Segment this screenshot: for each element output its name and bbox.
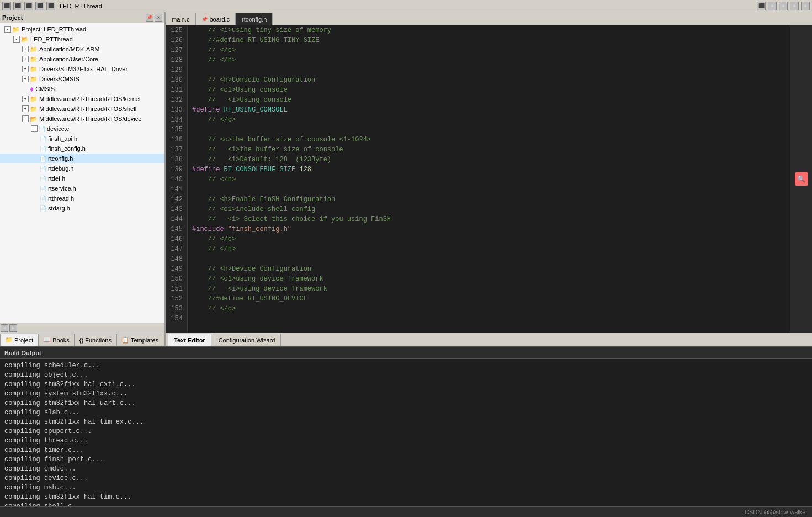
- ln-139: 139: [170, 165, 183, 175]
- tree-rtdebug[interactable]: 📄 rtdebug.h: [0, 163, 164, 173]
- mw-kernel-toggle[interactable]: +: [22, 96, 29, 102]
- file-tabs: main.c 📌 board.c rtconfig.h: [166, 12, 812, 25]
- tree-mw-device-label: Middlewares/RT-Thread/RTOS/device: [39, 115, 141, 122]
- code-editor[interactable]: 125 126 127 128 129 130 131 132 133 134 …: [166, 25, 790, 333]
- ln-133: 133: [170, 105, 183, 115]
- tree-rtservice[interactable]: 📄 rtservice.h: [0, 183, 164, 193]
- window-title: LED_RTThread: [60, 3, 102, 9]
- tab-board-c[interactable]: 📌 board.c: [195, 13, 236, 25]
- tree-root[interactable]: - 📁 Project: LED_RTThread: [0, 24, 164, 34]
- tree-rtdef-label: rtdef.h: [48, 175, 65, 182]
- code-content[interactable]: // <i>using tiny size of memory //#defin…: [188, 25, 790, 333]
- tree-stdarg[interactable]: 📄 stdarg.h: [0, 203, 164, 213]
- tree-drivers-cmsis-label: Drivers/CMSIS: [39, 76, 79, 82]
- toolbar-extra-2[interactable]: ◆: [768, 2, 777, 10]
- ln-136: 136: [170, 135, 183, 145]
- editor-tab-wizard[interactable]: Configuration Wizard: [213, 334, 282, 346]
- toolbar-extra-3[interactable]: ◆: [779, 2, 788, 10]
- tab-main-c[interactable]: main.c: [166, 13, 195, 25]
- build-output[interactable]: compiling scheduler.c... compiling objec…: [0, 359, 812, 506]
- build-line-3: compiling stm32f1xx hal exti.c...: [4, 380, 808, 389]
- tree-device-c[interactable]: - 📄 device.c: [0, 124, 164, 134]
- tree-mw-shell-label: Middlewares/RT-Thread/RTOS/shell: [39, 105, 136, 112]
- tree-app-user[interactable]: + 📁 Application/User/Core: [0, 54, 164, 64]
- mw-device-toggle[interactable]: -: [22, 115, 29, 122]
- device-c-toggle[interactable]: -: [31, 125, 38, 132]
- tree-drivers-hal[interactable]: + 📁 Drivers/STM32F1xx_HAL_Driver: [0, 64, 164, 74]
- tree-finsh-config[interactable]: 📄 finsh_config.h: [0, 144, 164, 154]
- tree-rtconfig[interactable]: 📄 rtconfig.h: [0, 154, 164, 163]
- app-mdk-toggle[interactable]: +: [22, 46, 29, 52]
- ln-141: 141: [170, 184, 183, 194]
- tree-drivers-cmsis[interactable]: + 📁 Drivers/CMSIS: [0, 74, 164, 84]
- code-line-126: //#define RT_USING_TINY_SIZE: [192, 35, 786, 45]
- tab-board-c-label: board.c: [209, 16, 230, 23]
- tree-cmsis[interactable]: + ♦ CMSIS: [0, 84, 164, 94]
- code-line-143: // <c1>include shell config: [192, 204, 786, 214]
- code-line-130: // <h>Console Configuration: [192, 75, 786, 85]
- tab-books[interactable]: 📖 Books: [38, 334, 75, 346]
- tree-device-c-label: device.c: [47, 125, 69, 132]
- root-toggle[interactable]: -: [4, 26, 11, 33]
- build-line-14: compiling msh.c...: [4, 483, 808, 493]
- tree-cmsis-label: CMSIS: [35, 86, 55, 92]
- tab-functions[interactable]: {} Functions: [75, 334, 116, 346]
- code-line-152: //#define RT_USING_DEVICE: [192, 294, 786, 304]
- scroll-right[interactable]: ▶: [9, 324, 17, 332]
- print-icon[interactable]: ⬛: [46, 2, 55, 10]
- code-line-134: // </c>: [192, 115, 786, 125]
- save-icon[interactable]: ⬛: [24, 2, 33, 10]
- left-scroll-arrows: ◀ ▶: [0, 323, 164, 333]
- ln-144: 144: [170, 214, 183, 224]
- tree-finsh-config-label: finsh_config.h: [48, 145, 86, 152]
- ln-135: 135: [170, 125, 183, 135]
- tree-rtthread[interactable]: 📄 rtthread.h: [0, 193, 164, 203]
- build-output-title: Build Output: [4, 350, 41, 356]
- main-container: Project 📌 ✕ - 📁 Project: LED_RTThread - …: [0, 12, 812, 517]
- app-user-toggle[interactable]: +: [22, 56, 29, 62]
- tree-mw-kernel[interactable]: + 📁 Middlewares/RT-Thread/RTOS/kernel: [0, 94, 164, 104]
- search-icon[interactable]: 🔍: [795, 172, 808, 186]
- tree-mw-kernel-label: Middlewares/RT-Thread/RTOS/kernel: [39, 96, 140, 102]
- code-line-138: // <i>Default: 128 (123Byte): [192, 155, 786, 165]
- drivers-hal-toggle[interactable]: +: [22, 66, 29, 72]
- scroll-left[interactable]: ◀: [1, 324, 8, 332]
- ln-130: 130: [170, 75, 183, 85]
- toolbar-extra-1[interactable]: ⬛: [757, 2, 766, 10]
- tree-finsh-api[interactable]: 📄 finsh_api.h: [0, 134, 164, 144]
- tree-rtdef[interactable]: 📄 rtdef.h: [0, 173, 164, 183]
- code-line-137: // <i>the buffer size of console: [192, 145, 786, 155]
- close-panel-icon[interactable]: ✕: [155, 14, 162, 22]
- tab-rtconfig-h[interactable]: rtconfig.h: [236, 13, 273, 25]
- ln-148: 148: [170, 254, 183, 264]
- tree-led-rtthread[interactable]: - 📂 LED_RTThread: [0, 34, 164, 44]
- tree-finsh-api-label: finsh_api.h: [48, 135, 77, 142]
- ln-125: 125: [170, 25, 183, 35]
- tab-templates[interactable]: 📋 Templates: [116, 334, 163, 346]
- save-all-icon[interactable]: ⬛: [35, 2, 44, 10]
- tab-books-label: Books: [52, 337, 70, 344]
- project-panel-title: Project: [2, 14, 23, 21]
- mw-shell-toggle[interactable]: +: [22, 105, 29, 112]
- tab-project[interactable]: 📁 Project: [0, 334, 38, 346]
- ln-150: 150: [170, 274, 183, 284]
- editor-tab-text[interactable]: Text Editor: [168, 334, 211, 346]
- titlebar: ⬛ ⬛ ⬛ ⬛ ⬛ LED_RTThread ⬛ ◆ ◆ ◆ ◆: [0, 0, 812, 12]
- pin-icon[interactable]: 📌: [146, 14, 153, 22]
- toolbar-extra-5[interactable]: ◆: [801, 2, 810, 10]
- led-toggle[interactable]: -: [13, 36, 20, 43]
- drivers-cmsis-toggle[interactable]: +: [22, 76, 29, 82]
- build-line-15: compiling stm32f1xx hal tim.c...: [4, 493, 808, 502]
- toolbar-extra-4[interactable]: ◆: [790, 2, 799, 10]
- tree-mw-shell[interactable]: + 📁 Middlewares/RT-Thread/RTOS/shell: [0, 104, 164, 114]
- right-scrollbar: 🔍: [790, 25, 812, 333]
- open-icon[interactable]: ⬛: [13, 2, 22, 10]
- tree-mw-device[interactable]: - 📂 Middlewares/RT-Thread/RTOS/device: [0, 114, 164, 124]
- ln-127: 127: [170, 45, 183, 55]
- build-output-header: Build Output: [0, 347, 812, 359]
- editor-area: 125 126 127 128 129 130 131 132 133 134 …: [166, 25, 812, 333]
- tab-books-icon: 📖: [43, 336, 51, 344]
- ln-132: 132: [170, 95, 183, 105]
- new-icon[interactable]: ⬛: [2, 2, 11, 10]
- tree-app-mdk[interactable]: + 📁 Application/MDK-ARM: [0, 44, 164, 54]
